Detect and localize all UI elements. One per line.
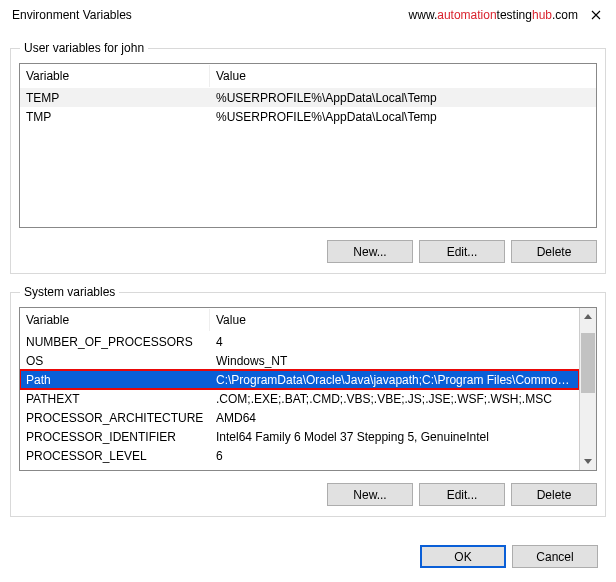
scroll-up-arrow[interactable] bbox=[580, 308, 596, 325]
scrollbar-thumb[interactable] bbox=[581, 333, 595, 393]
watermark-part: hub bbox=[532, 8, 552, 22]
cell-variable: PATHEXT bbox=[20, 391, 210, 407]
system-variables-buttons: New... Edit... Delete bbox=[19, 483, 597, 506]
system-new-button[interactable]: New... bbox=[327, 483, 413, 506]
column-header-variable[interactable]: Variable bbox=[20, 309, 210, 331]
scrollbar[interactable] bbox=[579, 308, 596, 470]
user-variables-group: User variables for john Variable Value T… bbox=[10, 48, 606, 274]
chevron-down-icon bbox=[584, 459, 592, 464]
column-header-value[interactable]: Value bbox=[210, 65, 596, 87]
column-header-value[interactable]: Value bbox=[210, 309, 579, 331]
watermark-prefix: www. bbox=[409, 8, 438, 22]
cell-value: C:\ProgramData\Oracle\Java\javapath;C:\P… bbox=[210, 372, 579, 388]
cell-variable: Path bbox=[20, 372, 210, 388]
table-row[interactable]: TMP %USERPROFILE%\AppData\Local\Temp bbox=[20, 107, 596, 126]
user-variables-body: Variable Value TEMP %USERPROFILE%\AppDat… bbox=[20, 64, 596, 227]
user-variables-header: Variable Value bbox=[20, 64, 596, 88]
watermark: www.automationtestinghub.com bbox=[409, 8, 578, 22]
cell-value: 4 bbox=[210, 334, 579, 350]
system-variables-body: Variable Value NUMBER_OF_PROCESSORS 4 OS… bbox=[20, 308, 579, 470]
user-variables-legend: User variables for john bbox=[20, 41, 148, 55]
cell-variable: TEMP bbox=[20, 90, 210, 106]
cell-variable: PROCESSOR_IDENTIFIER bbox=[20, 429, 210, 445]
system-edit-button[interactable]: Edit... bbox=[419, 483, 505, 506]
user-new-button[interactable]: New... bbox=[327, 240, 413, 263]
cell-value: 6 bbox=[210, 448, 579, 464]
user-edit-button[interactable]: Edit... bbox=[419, 240, 505, 263]
cell-variable: NUMBER_OF_PROCESSORS bbox=[20, 334, 210, 350]
system-variables-legend: System variables bbox=[20, 285, 119, 299]
scroll-down-arrow[interactable] bbox=[580, 453, 596, 470]
user-variables-buttons: New... Edit... Delete bbox=[19, 240, 597, 263]
close-button[interactable] bbox=[584, 3, 608, 27]
cell-value: %USERPROFILE%\AppData\Local\Temp bbox=[210, 90, 596, 106]
ok-button[interactable]: OK bbox=[420, 545, 506, 568]
table-row[interactable]: OS Windows_NT bbox=[20, 351, 579, 370]
system-variables-header: Variable Value bbox=[20, 308, 579, 332]
watermark-part: automation bbox=[437, 8, 496, 22]
cell-variable: OS bbox=[20, 353, 210, 369]
table-row[interactable]: PROCESSOR_LEVEL 6 bbox=[20, 446, 579, 465]
cell-variable: PROCESSOR_LEVEL bbox=[20, 448, 210, 464]
cell-value: AMD64 bbox=[210, 410, 579, 426]
cancel-button[interactable]: Cancel bbox=[512, 545, 598, 568]
table-row[interactable]: Path C:\ProgramData\Oracle\Java\javapath… bbox=[20, 370, 579, 389]
cell-variable: PROCESSOR_ARCHITECTURE bbox=[20, 410, 210, 426]
system-delete-button[interactable]: Delete bbox=[511, 483, 597, 506]
window-title: Environment Variables bbox=[8, 8, 409, 22]
content: User variables for john Variable Value T… bbox=[0, 48, 616, 527]
watermark-part: testing bbox=[497, 8, 532, 22]
titlebar: Environment Variables www.automationtest… bbox=[0, 0, 616, 30]
cell-value: Intel64 Family 6 Model 37 Stepping 5, Ge… bbox=[210, 429, 579, 445]
table-row[interactable]: PROCESSOR_IDENTIFIER Intel64 Family 6 Mo… bbox=[20, 427, 579, 446]
cell-value: %USERPROFILE%\AppData\Local\Temp bbox=[210, 109, 596, 125]
cell-variable: TMP bbox=[20, 109, 210, 125]
table-row[interactable]: NUMBER_OF_PROCESSORS 4 bbox=[20, 332, 579, 351]
column-header-variable[interactable]: Variable bbox=[20, 65, 210, 87]
system-variables-group: System variables Variable Value NUMBER_O… bbox=[10, 292, 606, 517]
dialog-buttons: OK Cancel bbox=[0, 527, 616, 574]
user-delete-button[interactable]: Delete bbox=[511, 240, 597, 263]
system-variables-table[interactable]: Variable Value NUMBER_OF_PROCESSORS 4 OS… bbox=[19, 307, 597, 471]
close-icon bbox=[591, 10, 601, 20]
user-variables-table[interactable]: Variable Value TEMP %USERPROFILE%\AppDat… bbox=[19, 63, 597, 228]
table-row[interactable]: PATHEXT .COM;.EXE;.BAT;.CMD;.VBS;.VBE;.J… bbox=[20, 389, 579, 408]
watermark-suffix: .com bbox=[552, 8, 578, 22]
chevron-up-icon bbox=[584, 314, 592, 319]
table-row[interactable]: PROCESSOR_ARCHITECTURE AMD64 bbox=[20, 408, 579, 427]
table-row[interactable]: TEMP %USERPROFILE%\AppData\Local\Temp bbox=[20, 88, 596, 107]
cell-value: .COM;.EXE;.BAT;.CMD;.VBS;.VBE;.JS;.JSE;.… bbox=[210, 391, 579, 407]
cell-value: Windows_NT bbox=[210, 353, 579, 369]
